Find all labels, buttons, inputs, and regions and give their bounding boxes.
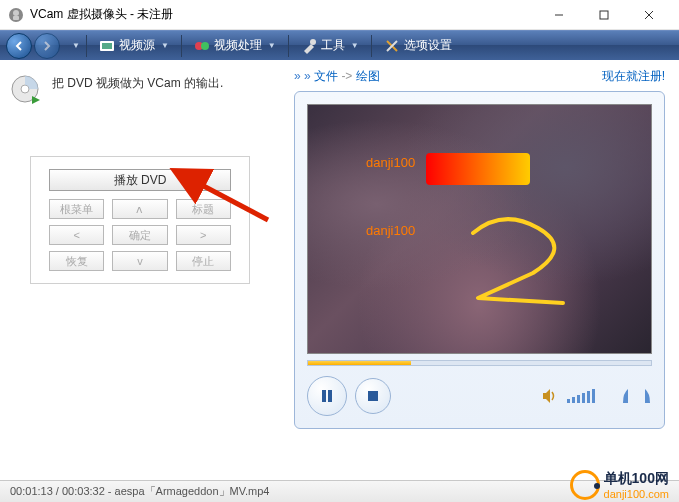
toolbar-label: 工具 [321,37,345,54]
chevron-down-icon: ▼ [268,41,276,50]
volume-bars[interactable] [567,389,595,403]
dvd-ok-button[interactable]: 确定 [112,225,167,245]
dvd-resume-button[interactable]: 恢复 [49,251,104,271]
svg-point-15 [21,85,29,93]
logo-domain: danji100.com [604,488,669,500]
color-gradient-box [426,153,530,185]
progress-fill [308,361,411,365]
toolbar-label: 选项设置 [404,37,452,54]
svg-rect-4 [600,11,608,19]
close-button[interactable] [626,0,671,30]
status-text: 00:01:13 / 00:03:32 - aespa「Armageddon」M… [10,484,269,499]
logo-brand: 单机100网 [604,470,669,488]
dvd-title-button[interactable]: 标题 [176,199,231,219]
video-frame: danji100 danji100 [294,91,665,429]
dvd-right-button[interactable]: > [176,225,231,245]
app-icon [8,7,24,23]
video-preview[interactable]: danji100 danji100 [307,104,652,354]
toolbar-label: 视频处理 [214,37,262,54]
speaker-icon[interactable] [541,387,559,405]
nav-dropdown-icon[interactable]: ▼ [72,41,80,50]
breadcrumb-arrow: -> [341,69,352,83]
svg-rect-2 [13,16,19,20]
pause-button[interactable] [307,376,347,416]
maximize-button[interactable] [581,0,626,30]
right-pane: » » 文件 -> 绘图 现在就注册! danji100 danji100 [280,60,679,480]
flip-horizontal-icon[interactable] [621,387,635,405]
video-source-icon [99,38,115,54]
titlebar: VCam 虚拟摄像头 - 未注册 [0,0,679,30]
toolbar-label: 视频源 [119,37,155,54]
watermark-text-1: danji100 [366,155,415,170]
dvd-panel: 播放 DVD 根菜单 ᴧ 标题 < 确定 > 恢复 v 停止 [30,156,250,284]
play-dvd-button[interactable]: 播放 DVD [49,169,231,191]
flip-controls [621,387,652,405]
nav-forward-button[interactable] [34,33,60,59]
svg-rect-19 [322,390,326,402]
dvd-stop-button[interactable]: 停止 [176,251,231,271]
options-icon [384,38,400,54]
footer-logo: 单机100网 danji100.com [570,470,669,500]
stop-icon [367,390,379,402]
stop-button[interactable] [355,378,391,414]
progress-bar[interactable] [307,360,652,366]
tools-icon [301,38,317,54]
logo-icon [570,470,600,500]
svg-point-1 [13,10,19,16]
register-link[interactable]: 现在就注册! [602,68,665,85]
toolbar-video-source[interactable]: 视频源 ▼ [93,34,175,58]
watermark-text-2: danji100 [366,223,415,238]
toolbar-tools[interactable]: 工具 ▼ [295,34,365,58]
svg-point-11 [310,39,316,45]
svg-rect-20 [328,390,332,402]
window-title: VCam 虚拟摄像头 - 未注册 [30,6,536,23]
dvd-root-menu-button[interactable]: 根菜单 [49,199,104,219]
chevron-down-icon: ▼ [351,41,359,50]
content-area: 把 DVD 视频做为 VCam 的输出. 播放 DVD 根菜单 ᴧ 标题 < 确… [0,60,679,480]
breadcrumb-row: » » 文件 -> 绘图 现在就注册! [294,68,665,85]
breadcrumb-draw[interactable]: 绘图 [356,69,380,83]
nav-back-button[interactable] [6,33,32,59]
window-controls [536,0,671,30]
minimize-button[interactable] [536,0,581,30]
dvd-down-button[interactable]: v [112,251,167,271]
video-process-icon [194,38,210,54]
playback-controls [307,376,652,416]
breadcrumb-file[interactable]: 文件 [314,69,338,83]
dvd-left-button[interactable]: < [49,225,104,245]
toolbar-options[interactable]: 选项设置 [378,34,458,58]
left-description: 把 DVD 视频做为 VCam 的输出. [52,74,223,92]
flip-vertical-icon[interactable] [638,387,652,405]
svg-rect-8 [102,43,112,49]
disc-icon [10,74,42,106]
scribble-drawing [463,213,583,323]
chevron-down-icon: ▼ [161,41,169,50]
svg-rect-21 [368,391,378,401]
svg-marker-16 [32,96,40,104]
toolbar-video-process[interactable]: 视频处理 ▼ [188,34,282,58]
breadcrumb-chevrons: » » [294,69,311,83]
svg-point-10 [201,42,209,50]
dvd-up-button[interactable]: ᴧ [112,199,167,219]
pause-icon [320,389,334,403]
left-pane: 把 DVD 视频做为 VCam 的输出. 播放 DVD 根菜单 ᴧ 标题 < 确… [0,60,280,480]
main-toolbar: ▼ 视频源 ▼ 视频处理 ▼ 工具 ▼ 选项设置 [0,30,679,60]
